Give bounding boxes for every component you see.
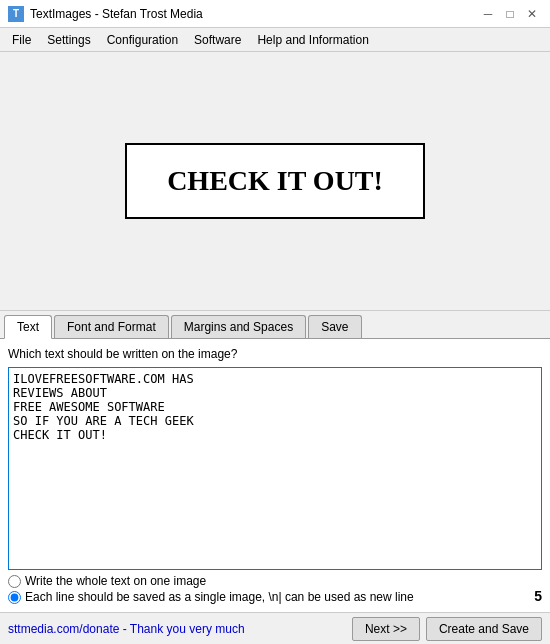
preview-area: CHECK IT OUT! (0, 52, 550, 311)
text-input[interactable]: ILOVEFREESOFTWARE.COM HAS REVIEWS ABOUT … (8, 367, 542, 571)
radio-input-1[interactable] (8, 575, 21, 588)
radio-input-2[interactable] (8, 591, 21, 604)
next-button[interactable]: Next >> (352, 617, 420, 641)
panel-question: Which text should be written on the imag… (8, 347, 542, 361)
tab-save[interactable]: Save (308, 315, 361, 338)
create-save-button[interactable]: Create and Save (426, 617, 542, 641)
window-title: TextImages - Stefan Trost Media (30, 7, 203, 21)
menu-item-help[interactable]: Help and Information (249, 31, 376, 49)
close-button[interactable]: ✕ (522, 4, 542, 24)
radio-option-1[interactable]: Write the whole text on one image (8, 574, 522, 588)
main-panel: Which text should be written on the imag… (0, 339, 550, 613)
status-buttons: Next >> Create and Save (352, 617, 542, 641)
status-bar: sttmedia.com/donate - Thank you very muc… (0, 612, 550, 644)
preview-text: CHECK IT OUT! (167, 165, 383, 197)
app-icon: T (8, 6, 24, 22)
line-counter: 5 (522, 588, 542, 604)
menu-item-file[interactable]: File (4, 31, 39, 49)
radio-label-2: Each line should be saved as a single im… (25, 590, 414, 604)
menu-bar: File Settings Configuration Software Hel… (0, 28, 550, 52)
menu-item-configuration[interactable]: Configuration (99, 31, 186, 49)
tabs-container: Text Font and Format Margins and Spaces … (0, 311, 550, 339)
tab-font-format[interactable]: Font and Format (54, 315, 169, 338)
tab-text[interactable]: Text (4, 315, 52, 339)
minimize-button[interactable]: ─ (478, 4, 498, 24)
menu-item-software[interactable]: Software (186, 31, 249, 49)
menu-item-settings[interactable]: Settings (39, 31, 98, 49)
radio-option-2[interactable]: Each line should be saved as a single im… (8, 590, 522, 604)
status-text: sttmedia.com/donate - Thank you very muc… (8, 622, 245, 636)
radio-group: Write the whole text on one image Each l… (8, 574, 522, 604)
maximize-button[interactable]: □ (500, 4, 520, 24)
title-bar-left: T TextImages - Stefan Trost Media (8, 6, 203, 22)
preview-image-box: CHECK IT OUT! (125, 143, 425, 219)
window-controls: ─ □ ✕ (478, 4, 542, 24)
title-bar: T TextImages - Stefan Trost Media ─ □ ✕ (0, 0, 550, 28)
radio-label-1: Write the whole text on one image (25, 574, 206, 588)
bottom-row: Write the whole text on one image Each l… (8, 574, 542, 604)
tab-margins-spaces[interactable]: Margins and Spaces (171, 315, 306, 338)
